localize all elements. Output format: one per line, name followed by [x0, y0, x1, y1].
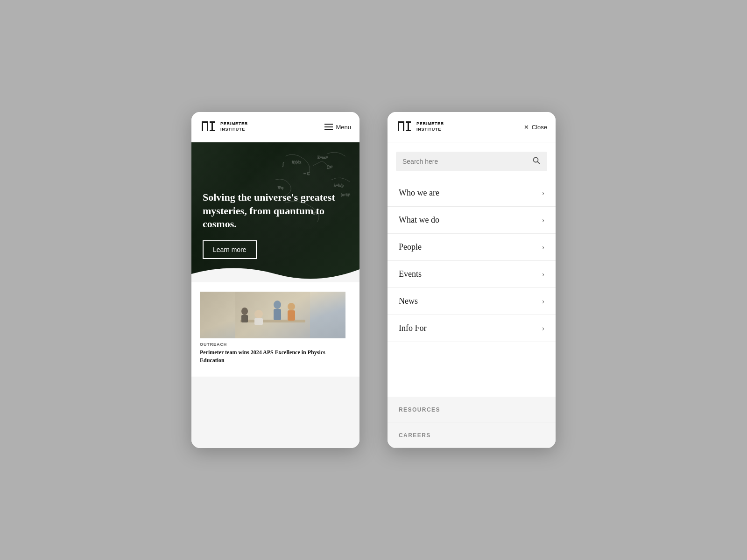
left-phone: PERIMETER INSTITUTE Menu ∫ f(x)dx = C — [191, 112, 359, 448]
svg-rect-2 — [207, 123, 208, 131]
nav-item-label: What we do — [399, 215, 439, 225]
news-headline-1: Perimeter team wins 2024 APS Excellence … — [200, 349, 345, 364]
svg-text:E=mc²: E=mc² — [317, 155, 328, 160]
svg-point-18 — [274, 301, 281, 309]
close-button[interactable]: ✕ Close — [524, 124, 547, 131]
menu-body: Who we are › What we do › People › Event… — [388, 142, 556, 448]
svg-rect-16 — [235, 292, 310, 338]
chevron-right-icon: › — [542, 216, 544, 224]
footer-link-label: CAREERS — [399, 432, 431, 439]
institute-name-left: PERIMETER INSTITUTE — [220, 121, 248, 132]
hamburger-icon — [324, 124, 333, 130]
svg-text:∫: ∫ — [282, 161, 284, 167]
nav-item-label: Who we are — [399, 188, 439, 198]
nav-item-what-we-do[interactable]: What we do › — [388, 207, 556, 234]
svg-text:= C: = C — [303, 171, 310, 176]
chevron-right-icon: › — [542, 189, 544, 197]
svg-text:f(x)dx: f(x)dx — [292, 160, 301, 164]
nav-item-info-for[interactable]: Info For › — [388, 315, 556, 342]
nav-item-label: People — [399, 242, 422, 252]
chevron-right-icon: › — [542, 324, 544, 333]
footer-link-resources[interactable]: RESOURCES — [388, 397, 556, 422]
chevron-right-icon: › — [542, 243, 544, 252]
nav-item-label: News — [399, 296, 418, 306]
chevron-right-icon: › — [542, 270, 544, 279]
news-card-1[interactable]: OUTREACH Perimeter team wins 2024 APS Ex… — [200, 292, 345, 372]
svg-rect-17 — [240, 320, 305, 322]
footer-links: RESOURCESCAREERS — [388, 397, 556, 448]
svg-rect-3 — [210, 121, 215, 123]
nav-item-who-we-are[interactable]: Who we are › — [388, 180, 556, 207]
close-label: Close — [532, 124, 547, 131]
footer-link-careers[interactable]: CAREERS — [388, 422, 556, 448]
svg-point-22 — [254, 310, 263, 318]
svg-point-20 — [288, 303, 295, 310]
svg-rect-31 — [403, 123, 404, 131]
svg-rect-30 — [398, 123, 399, 131]
svg-text:λ=h/p: λ=h/p — [334, 183, 344, 188]
svg-rect-23 — [254, 318, 263, 325]
right-menu-panel: PERIMETER INSTITUTE ✕ Close Who we are › — [388, 112, 556, 448]
svg-text:∇²φ: ∇²φ — [277, 186, 283, 190]
menu-button[interactable]: Menu — [324, 124, 351, 131]
hero-content: Solving the universe's greatest mysterie… — [191, 191, 359, 259]
svg-rect-5 — [210, 130, 215, 131]
svg-rect-19 — [274, 309, 281, 320]
hero-wave — [191, 260, 359, 282]
svg-rect-21 — [288, 310, 295, 321]
pi-logo-right — [396, 119, 413, 135]
hero-title: Solving the universe's greatest mysterie… — [203, 191, 348, 231]
news-tag-1: OUTREACH — [200, 342, 345, 347]
menu-label: Menu — [336, 124, 351, 131]
learn-more-button[interactable]: Learn more — [203, 240, 257, 259]
nav-item-label: Events — [399, 269, 422, 279]
news-section: OUTREACH Perimeter team wins 2024 APS Ex… — [191, 282, 359, 377]
search-icon[interactable] — [532, 156, 541, 167]
svg-rect-25 — [241, 315, 248, 322]
institute-name-right: PERIMETER INSTITUTE — [416, 121, 444, 132]
footer-link-label: RESOURCES — [399, 406, 440, 413]
svg-rect-32 — [406, 121, 411, 123]
svg-text:∑n²: ∑n² — [327, 165, 333, 169]
nav-item-events[interactable]: Events › — [388, 261, 556, 288]
news-card-image-1 — [200, 292, 345, 338]
phone-header: PERIMETER INSTITUTE Menu — [191, 112, 359, 142]
search-input[interactable] — [402, 158, 529, 165]
search-bar[interactable] — [396, 152, 547, 171]
classroom-svg — [200, 292, 345, 338]
logo-left: PERIMETER INSTITUTE — [200, 119, 248, 135]
below-hero: OUTREACH Perimeter team wins 2024 APS Ex… — [191, 282, 359, 448]
svg-rect-0 — [202, 121, 208, 123]
svg-rect-29 — [398, 121, 404, 123]
pi-logo-left — [200, 119, 217, 135]
nav-list: Who we are › What we do › People › Event… — [388, 176, 556, 346]
svg-line-36 — [538, 162, 540, 164]
svg-rect-1 — [202, 123, 203, 131]
hero-section: ∫ f(x)dx = C E=mc² ∑n² ∇²φ λ=h/p (a+b)² … — [191, 142, 359, 282]
svg-point-24 — [241, 308, 248, 315]
svg-rect-34 — [406, 130, 411, 131]
news-cards: OUTREACH Perimeter team wins 2024 APS Ex… — [191, 292, 359, 372]
nav-item-label: Info For — [399, 323, 427, 333]
chevron-right-icon: › — [542, 297, 544, 306]
close-icon: ✕ — [524, 124, 529, 131]
menu-panel-header: PERIMETER INSTITUTE ✕ Close — [388, 112, 556, 142]
nav-item-news[interactable]: News › — [388, 288, 556, 315]
logo-right: PERIMETER INSTITUTE — [396, 119, 444, 135]
nav-item-people[interactable]: People › — [388, 234, 556, 261]
